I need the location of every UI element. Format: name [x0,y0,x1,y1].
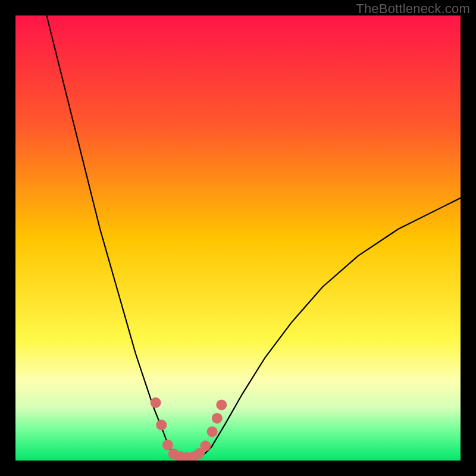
gradient-background [15,15,461,461]
data-marker [162,440,173,450]
watermark-text: TheBottleneck.com [356,1,470,17]
data-marker [151,397,161,408]
data-marker [156,419,167,430]
chart-frame: TheBottleneck.com [0,0,476,476]
data-marker [212,413,223,424]
chart-svg [15,15,461,461]
data-marker [216,400,227,411]
data-marker [207,426,218,437]
data-marker [200,440,211,451]
plot-area [15,15,461,461]
